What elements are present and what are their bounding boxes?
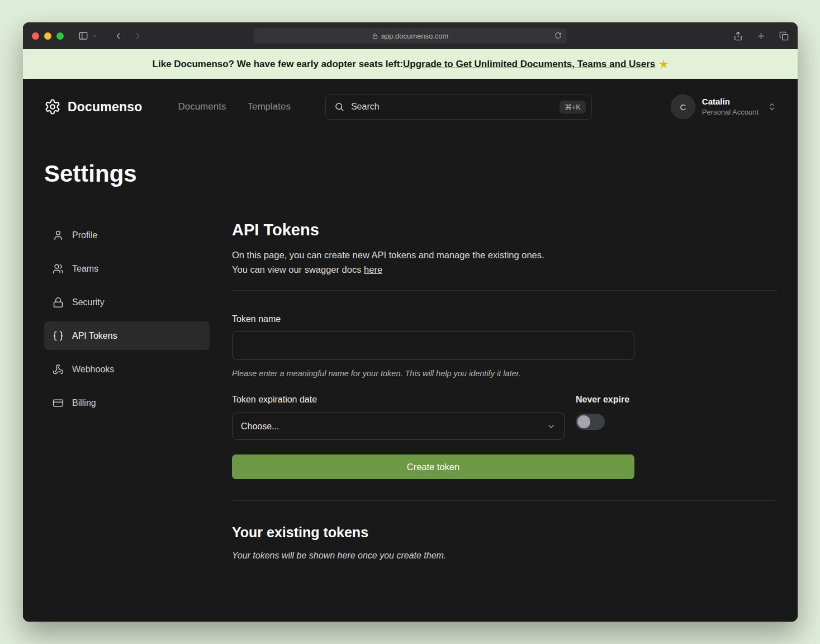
- search-input[interactable]: Search ⌘+K: [325, 94, 592, 120]
- section-description: On this page, you can create new API tok…: [232, 248, 776, 277]
- nav-templates[interactable]: Templates: [247, 101, 290, 112]
- toggle-knob: [577, 415, 590, 428]
- expiration-label: Token expiration date: [232, 395, 565, 405]
- chevron-down-icon: [547, 422, 556, 431]
- sidebar-item-label: Webhooks: [72, 364, 114, 375]
- settings-sidebar: Profile Teams Security: [44, 221, 210, 417]
- documenso-logo-icon: [44, 98, 61, 115]
- sidebar-chevron-icon[interactable]: [92, 34, 97, 39]
- description-line1: On this page, you can create new API tok…: [232, 250, 544, 260]
- app-content: Documenso Documents Templates Search ⌘+K…: [23, 79, 798, 622]
- sidebar-item-label: API Tokens: [72, 331, 117, 341]
- user-icon: [53, 230, 64, 241]
- refresh-icon[interactable]: [554, 32, 562, 39]
- search-shortcut-badge: ⌘+K: [560, 101, 586, 113]
- never-expire-label: Never expire: [576, 395, 629, 405]
- brand-name: Documenso: [68, 100, 142, 115]
- toolbar-right-icons: [733, 31, 789, 41]
- expiration-selected-value: Choose...: [241, 422, 279, 432]
- url-text: app.documenso.com: [381, 32, 449, 40]
- search-placeholder: Search: [351, 102, 380, 112]
- app-header: Documenso Documents Templates Search ⌘+K…: [44, 93, 776, 120]
- credit-card-icon: [53, 397, 64, 409]
- nav-documents[interactable]: Documents: [178, 101, 226, 112]
- promo-text: Like Documenso? We have few early adopte…: [153, 59, 403, 70]
- never-expire-column: Never expire: [576, 395, 629, 440]
- sidebar-item-profile[interactable]: Profile: [44, 221, 210, 249]
- minimize-window-button[interactable]: [44, 32, 51, 40]
- expiration-row: Token expiration date Choose... Never ex…: [232, 395, 634, 440]
- divider: [232, 500, 776, 501]
- sidebar-item-label: Billing: [72, 398, 96, 408]
- sidebar-item-label: Teams: [72, 264, 98, 274]
- brand-logo[interactable]: Documenso: [44, 98, 142, 115]
- back-icon[interactable]: [113, 31, 123, 41]
- sidebar-item-label: Profile: [72, 230, 97, 240]
- expiration-select[interactable]: Choose...: [232, 413, 565, 440]
- new-tab-icon[interactable]: [756, 31, 766, 41]
- section-title: API Tokens: [232, 221, 776, 239]
- swagger-docs-link[interactable]: here: [364, 264, 382, 274]
- braces-icon: [53, 330, 64, 342]
- browser-window: app.documenso.com Like Documenso? We hav…: [23, 22, 798, 622]
- star-icon: ★: [659, 58, 668, 70]
- account-menu[interactable]: C Catalin Personal Account: [671, 94, 776, 119]
- token-name-help: Please enter a meaningful name for your …: [232, 369, 634, 378]
- existing-tokens-empty-text: Your tokens will be shown here once you …: [232, 551, 776, 561]
- token-name-label: Token name: [232, 314, 634, 324]
- upgrade-link[interactable]: Upgrade to Get Unlimited Documents, Team…: [403, 59, 655, 70]
- webhook-icon: [53, 364, 64, 375]
- page-title: Settings: [44, 160, 776, 187]
- address-bar[interactable]: app.documenso.com: [254, 28, 567, 44]
- token-name-input[interactable]: [232, 331, 634, 360]
- browser-toolbar: app.documenso.com: [23, 22, 798, 49]
- create-token-form: Token name Please enter a meaningful nam…: [232, 314, 634, 479]
- users-icon: [53, 263, 64, 274]
- avatar: C: [671, 94, 695, 119]
- existing-tokens-title: Your existing tokens: [232, 524, 776, 541]
- account-info: Catalin Personal Account: [702, 96, 759, 117]
- expiration-column: Token expiration date Choose...: [232, 395, 565, 440]
- lock-icon: [53, 297, 64, 308]
- sidebar-item-security[interactable]: Security: [44, 288, 210, 316]
- never-expire-toggle[interactable]: [576, 414, 605, 430]
- divider: [232, 290, 776, 291]
- settings-content: Profile Teams Security: [44, 221, 776, 583]
- share-icon[interactable]: [733, 31, 743, 41]
- window-controls: [32, 32, 64, 40]
- account-type: Personal Account: [702, 107, 759, 117]
- user-name: Catalin: [702, 96, 759, 107]
- create-token-button[interactable]: Create token: [232, 454, 634, 479]
- sidebar-item-webhooks[interactable]: Webhooks: [44, 355, 210, 383]
- sidebar-item-api-tokens[interactable]: API Tokens: [44, 321, 210, 350]
- zoom-window-button[interactable]: [56, 32, 64, 40]
- lock-icon: [372, 33, 378, 39]
- main-nav: Documents Templates: [178, 101, 290, 112]
- chevrons-up-down-icon: [767, 102, 776, 111]
- sidebar-item-label: Security: [72, 297, 105, 307]
- sidebar-toggle-icon[interactable]: [78, 31, 88, 41]
- sidebar-item-teams[interactable]: Teams: [44, 254, 210, 283]
- search-icon: [334, 102, 344, 112]
- description-line2: You can view our swagger docs: [232, 264, 364, 274]
- sidebar-item-billing[interactable]: Billing: [44, 389, 210, 417]
- api-tokens-panel: API Tokens On this page, you can create …: [232, 221, 776, 583]
- promo-banner: Like Documenso? We have few early adopte…: [23, 49, 798, 79]
- tab-overview-icon[interactable]: [779, 31, 789, 41]
- close-window-button[interactable]: [32, 32, 39, 40]
- forward-icon[interactable]: [133, 31, 143, 41]
